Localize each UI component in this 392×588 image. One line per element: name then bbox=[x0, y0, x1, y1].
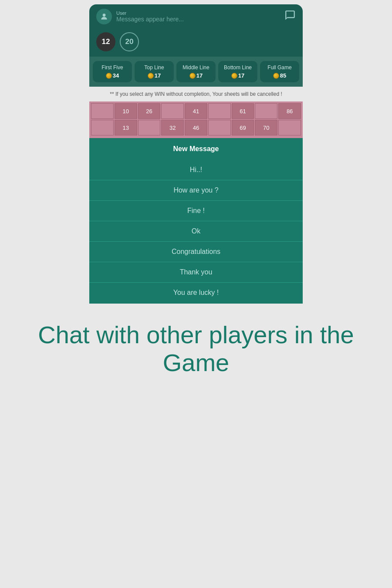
bingo-row-1: 10 26 41 61 86 bbox=[91, 103, 301, 119]
cell-2-8: 70 bbox=[255, 120, 277, 135]
message-item-6[interactable]: You are lucky ! bbox=[89, 283, 303, 304]
win-score-4: 85 bbox=[262, 72, 297, 79]
message-item-3[interactable]: Ok bbox=[89, 221, 303, 242]
cell-2-7: 69 bbox=[232, 120, 254, 135]
coin-icon-1 bbox=[148, 73, 154, 79]
message-item-0[interactable]: Hi..! bbox=[89, 160, 303, 180]
coin-icon-0 bbox=[106, 73, 112, 79]
win-label-4: Full Game bbox=[262, 64, 297, 71]
win-label-1: Top Line bbox=[136, 64, 172, 71]
bottom-promo-text: Chat with other players in the Game bbox=[0, 304, 392, 395]
message-item-1[interactable]: How are you ? bbox=[89, 180, 303, 201]
cell-2-5: 46 bbox=[185, 120, 207, 135]
coin-icon-2 bbox=[189, 73, 196, 79]
message-item-4[interactable]: Congratulations bbox=[89, 242, 303, 262]
cell-2-4: 32 bbox=[161, 120, 184, 135]
win-btn-first-five[interactable]: First Five 34 bbox=[93, 61, 132, 82]
new-message-title: New Message bbox=[89, 145, 303, 153]
cell-2-3 bbox=[138, 120, 161, 135]
win-btn-bottom-line[interactable]: Bottom Line 17 bbox=[218, 61, 257, 82]
win-score-1: 17 bbox=[136, 72, 172, 79]
cell-1-2: 10 bbox=[115, 103, 137, 119]
bingo-grid: 10 26 41 61 86 13 32 46 69 70 bbox=[89, 101, 303, 138]
win-label-2: Middle Line bbox=[178, 64, 214, 71]
warning-text: ** If you select any WIN without complet… bbox=[89, 87, 303, 101]
win-label-3: Bottom Line bbox=[220, 64, 256, 71]
cell-1-7: 61 bbox=[232, 103, 254, 119]
user-avatar bbox=[96, 9, 112, 24]
win-btn-top-line[interactable]: Top Line 17 bbox=[135, 61, 174, 82]
cell-1-1 bbox=[91, 103, 114, 119]
score-bar: 12 20 bbox=[89, 29, 303, 57]
message-item-5[interactable]: Thank you bbox=[89, 262, 303, 283]
win-score-2: 17 bbox=[178, 72, 214, 79]
coin-icon-4 bbox=[273, 73, 279, 79]
cell-2-2: 13 bbox=[115, 120, 137, 135]
cell-2-9 bbox=[278, 120, 301, 135]
cell-1-3: 26 bbox=[138, 103, 161, 119]
win-btn-full-game[interactable]: Full Game 85 bbox=[260, 61, 299, 82]
cell-1-8 bbox=[255, 103, 277, 119]
message-item-2[interactable]: Fine ! bbox=[89, 201, 303, 221]
chat-header: User Messages appear here... bbox=[89, 4, 303, 29]
new-message-panel: New Message Hi..! How are you ? Fine ! O… bbox=[89, 138, 303, 304]
cell-2-6 bbox=[208, 120, 231, 135]
win-btn-middle-line[interactable]: Middle Line 17 bbox=[176, 61, 216, 82]
cell-1-5: 41 bbox=[185, 103, 207, 119]
cell-1-4 bbox=[161, 103, 184, 119]
chat-icon[interactable] bbox=[284, 10, 296, 24]
coin-icon-3 bbox=[231, 73, 237, 79]
cell-1-6 bbox=[208, 103, 231, 119]
bingo-row-2: 13 32 46 69 70 bbox=[91, 120, 301, 135]
win-score-3: 17 bbox=[220, 72, 256, 79]
cell-2-1 bbox=[91, 120, 114, 135]
message-placeholder: Messages appear here... bbox=[116, 16, 184, 23]
score-badge-1: 12 bbox=[96, 32, 115, 51]
win-label-0: First Five bbox=[95, 64, 130, 71]
score-badge-2: 20 bbox=[120, 32, 139, 51]
win-score-0: 34 bbox=[95, 72, 130, 79]
user-label: User bbox=[116, 10, 184, 16]
cell-1-9: 86 bbox=[278, 103, 301, 119]
svg-point-0 bbox=[103, 14, 106, 17]
win-options: First Five 34 Top Line 17 Middle Line 17… bbox=[89, 57, 303, 87]
